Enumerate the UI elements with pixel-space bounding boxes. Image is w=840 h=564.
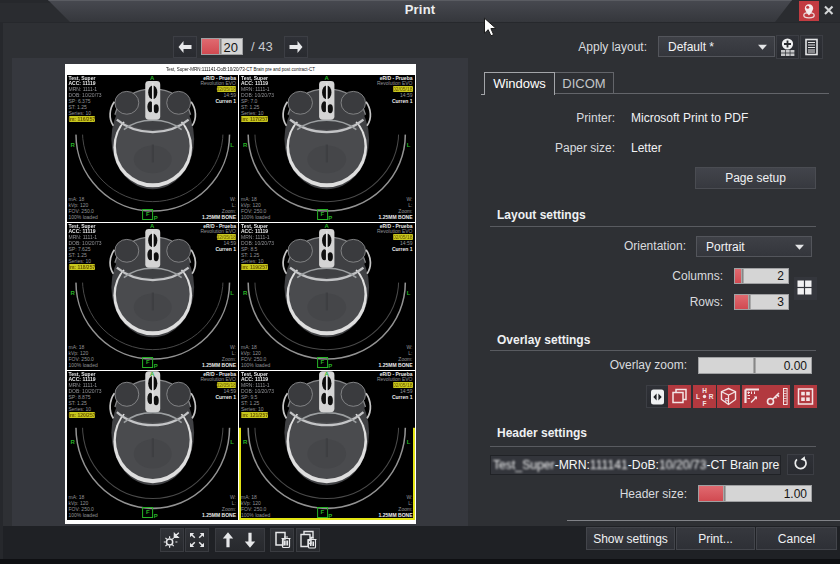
svg-text:L: L bbox=[696, 393, 700, 400]
svg-text:R: R bbox=[725, 397, 730, 403]
svg-text:H: H bbox=[702, 387, 707, 394]
svg-text:R: R bbox=[708, 393, 713, 400]
svg-text:F: F bbox=[702, 400, 706, 407]
